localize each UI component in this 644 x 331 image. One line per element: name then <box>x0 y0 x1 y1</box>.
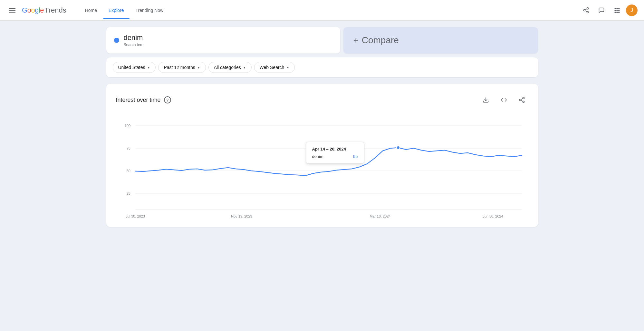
compare-label: Compare <box>362 35 399 45</box>
svg-rect-10 <box>618 10 620 11</box>
svg-text:Nov 19, 2023: Nov 19, 2023 <box>231 214 252 218</box>
search-area: denim Search term + Compare <box>106 27 538 54</box>
svg-point-2 <box>587 11 589 13</box>
chart-actions <box>479 93 528 106</box>
chart-title: Interest over time <box>116 97 161 103</box>
app-header: Google Trends Home Explore Trending Now … <box>0 0 644 21</box>
svg-text:Mar 10, 2024: Mar 10, 2024 <box>370 214 390 218</box>
svg-line-3 <box>585 11 587 12</box>
svg-text:Jul 30, 2023: Jul 30, 2023 <box>126 214 145 218</box>
svg-rect-6 <box>616 8 618 9</box>
search-box[interactable]: denim Search term <box>106 27 341 54</box>
nav-home[interactable]: Home <box>79 1 103 19</box>
svg-point-29 <box>397 146 400 149</box>
nav-trending[interactable]: Trending Now <box>130 1 169 19</box>
svg-text:Jun 30, 2024: Jun 30, 2024 <box>483 214 503 218</box>
svg-rect-7 <box>618 8 620 9</box>
location-dropdown-icon: ▼ <box>147 66 150 69</box>
chart-share-button[interactable] <box>515 93 528 106</box>
svg-point-17 <box>523 101 524 102</box>
filter-searchtype[interactable]: Web Search ▼ <box>254 62 295 73</box>
svg-line-4 <box>585 9 587 10</box>
timerange-dropdown-icon: ▼ <box>197 66 200 69</box>
svg-point-0 <box>587 7 589 9</box>
svg-point-16 <box>519 99 521 101</box>
nav-explore[interactable]: Explore <box>103 1 130 19</box>
logo-google-text: Google <box>22 6 44 15</box>
compare-box[interactable]: + Compare <box>343 27 538 54</box>
feedback-button[interactable] <box>595 4 608 17</box>
filter-timerange[interactable]: Past 12 months ▼ <box>158 62 206 73</box>
svg-text:75: 75 <box>126 146 130 150</box>
logo-trends-text: Trends <box>44 6 66 15</box>
download-button[interactable] <box>479 93 492 106</box>
search-dot <box>114 38 119 43</box>
main-nav: Home Explore Trending Now <box>79 1 169 19</box>
chart-section: Interest over time ? <box>106 84 538 227</box>
svg-rect-13 <box>618 12 620 13</box>
header-actions: J <box>580 4 638 17</box>
main-content: denim Search term + Compare United State… <box>97 21 548 233</box>
svg-rect-9 <box>616 10 618 11</box>
svg-point-1 <box>584 9 585 11</box>
chart-header: Interest over time ? <box>116 93 528 106</box>
filters-bar: United States ▼ Past 12 months ▼ All cat… <box>106 57 538 77</box>
help-icon[interactable]: ? <box>164 96 171 103</box>
menu-button[interactable] <box>6 4 18 16</box>
svg-point-15 <box>523 97 524 99</box>
svg-text:25: 25 <box>126 191 130 195</box>
svg-rect-5 <box>615 8 616 9</box>
user-avatar[interactable]: J <box>626 5 638 16</box>
filter-location[interactable]: United States ▼ <box>113 62 156 73</box>
embed-button[interactable] <box>497 93 510 106</box>
svg-rect-12 <box>616 12 618 13</box>
apps-button[interactable] <box>610 4 623 17</box>
chart-svg: 100 75 50 25 Jul 30, 2023 Nov 19, 2023 M… <box>116 116 528 219</box>
category-dropdown-icon: ▼ <box>243 66 246 69</box>
svg-rect-8 <box>615 10 616 11</box>
svg-text:100: 100 <box>124 124 130 128</box>
svg-text:50: 50 <box>126 169 130 173</box>
filter-category[interactable]: All categories ▼ <box>208 62 252 73</box>
logo[interactable]: Google Trends <box>22 6 66 15</box>
chart-container: 100 75 50 25 Jul 30, 2023 Nov 19, 2023 M… <box>116 116 528 220</box>
svg-line-19 <box>521 98 523 99</box>
search-text-area: denim Search term <box>124 34 145 47</box>
search-label: Search term <box>124 43 145 47</box>
svg-rect-11 <box>615 12 616 13</box>
compare-plus-icon: + <box>353 35 358 45</box>
searchtype-dropdown-icon: ▼ <box>286 66 289 69</box>
chart-title-area: Interest over time ? <box>116 96 171 103</box>
search-term: denim <box>124 34 145 42</box>
svg-line-18 <box>521 100 523 101</box>
share-button[interactable] <box>580 4 592 17</box>
